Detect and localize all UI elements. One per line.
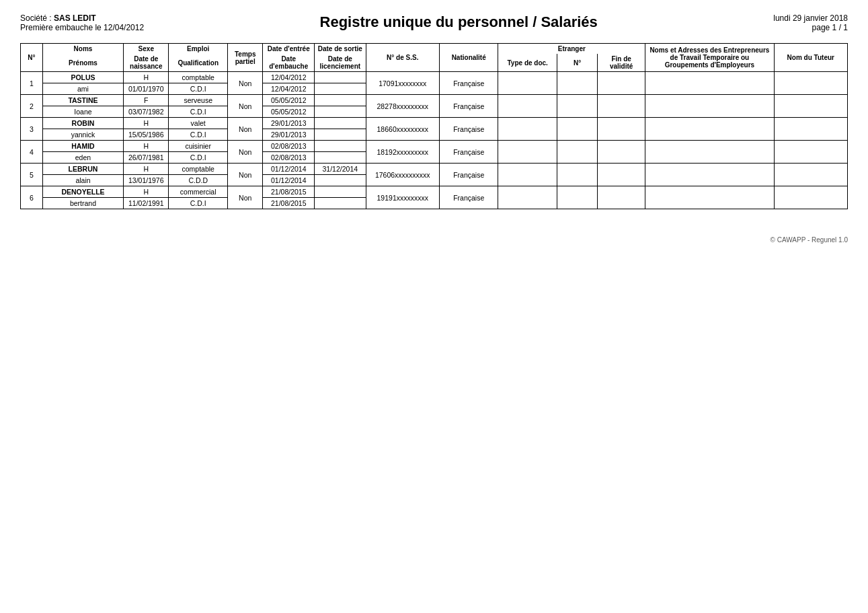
cell-qualification: C.D.I	[169, 198, 228, 209]
table-row: 5LEBRUNHcomptableNon01/12/201431/12/2014…	[21, 164, 848, 175]
cell-num: 4	[21, 141, 43, 164]
cell-type-doc	[498, 95, 557, 118]
cell-fin-validite	[598, 72, 645, 95]
cell-date-embauche: 29/01/2013	[263, 129, 315, 141]
col-date-embauche-header: Date d'embauche	[263, 54, 315, 72]
cell-date-sortie	[315, 118, 366, 129]
cell-temps-partiel: Non	[227, 186, 263, 209]
cell-nationalite: Française	[439, 72, 498, 95]
table-row: 1POLUSHcomptableNon12/04/201217091xxxxxx…	[21, 72, 848, 83]
cell-date-sortie: 31/12/2014	[315, 164, 366, 175]
cell-nom: LEBRUN	[42, 164, 123, 175]
cell-date-licenciement	[315, 152, 366, 164]
cell-sexe: H	[124, 164, 169, 175]
cell-qualification: C.D.I	[169, 106, 228, 118]
print-date: lundi 29 janvier 2018	[773, 13, 848, 23]
col-tuteur-header: Nom du Tuteur	[774, 44, 847, 72]
col-fin-validite-header: Fin de validité	[598, 54, 645, 72]
cell-emploi: commercial	[169, 186, 228, 198]
cell-ss: 28278xxxxxxxxx	[366, 95, 439, 118]
cell-nom-tuteur	[774, 164, 847, 186]
col-sexe-header: Sexe	[124, 44, 169, 55]
cell-prenom: bertrand	[42, 198, 123, 209]
cell-emploi: comptable	[169, 164, 228, 175]
cell-nationalite: Française	[439, 164, 498, 186]
col-etranger-header: Etranger	[498, 44, 645, 55]
cell-date-licenciement	[315, 129, 366, 141]
cell-date-entree: 29/01/2013	[263, 118, 315, 129]
company-name: SAS LEDIT	[54, 13, 96, 23]
cell-noms-adresses	[645, 164, 774, 186]
cell-date-licenciement	[315, 198, 366, 209]
cell-prenom: Ioane	[42, 106, 123, 118]
cell-num: 5	[21, 164, 43, 186]
date-page-block: lundi 29 janvier 2018 page 1 / 1	[773, 13, 848, 32]
col-temps-header: Tempspartiel	[227, 44, 263, 72]
cell-fin-validite	[598, 164, 645, 186]
cell-date-sortie	[315, 141, 366, 152]
table-row: 4HAMIDHcuisinierNon02/08/201318192xxxxxx…	[21, 141, 848, 152]
cell-qualification: C.D.I	[169, 152, 228, 164]
cell-num: 6	[21, 186, 43, 209]
cell-date-naissance: 01/01/1970	[124, 83, 169, 95]
page-footer: © CAWAPP - Regunel 1.0	[20, 236, 848, 244]
col-qualification-header: Qualification	[169, 54, 228, 72]
cell-date-entree: 12/04/2012	[263, 72, 315, 83]
company-info: Société : SAS LEDIT Première embauche le…	[20, 13, 144, 32]
cell-fin-validite	[598, 118, 645, 141]
cell-prenom: alain	[42, 175, 123, 186]
cell-nom-tuteur	[774, 186, 847, 209]
cell-date-licenciement	[315, 175, 366, 186]
cell-temps-partiel: Non	[227, 164, 263, 186]
cell-noms-adresses	[645, 95, 774, 118]
cell-nom: HAMID	[42, 141, 123, 152]
col-date-entree-header: Date d'entrée	[263, 44, 315, 55]
cell-date-licenciement	[315, 83, 366, 95]
cell-date-embauche: 01/12/2014	[263, 175, 315, 186]
cell-num-etranger	[557, 95, 597, 118]
cell-date-naissance: 11/02/1991	[124, 198, 169, 209]
cell-prenom: ami	[42, 83, 123, 95]
cell-date-entree: 21/08/2015	[263, 186, 315, 198]
cell-nom-tuteur	[774, 141, 847, 164]
cell-date-sortie	[315, 95, 366, 106]
cell-sexe: H	[124, 118, 169, 129]
table-row: 6DENOYELLEHcommercialNon21/08/201519191x…	[21, 186, 848, 198]
cell-ss: 17606xxxxxxxxxx	[366, 164, 439, 186]
cell-date-naissance: 26/07/1981	[124, 152, 169, 164]
table-row: 2TASTINEFserveuseNon05/05/201228278xxxxx…	[21, 95, 848, 106]
cell-fin-validite	[598, 95, 645, 118]
col-noms-adresses-header: Noms et Adresses des Entrepreneurs de Tr…	[645, 44, 774, 72]
cell-num: 1	[21, 72, 43, 95]
cell-temps-partiel: Non	[227, 141, 263, 164]
cell-nom: POLUS	[42, 72, 123, 83]
cell-type-doc	[498, 164, 557, 186]
cell-prenom: eden	[42, 152, 123, 164]
cell-nationalite: Française	[439, 118, 498, 141]
col-date-naissance-header: Date de naissance	[124, 54, 169, 72]
cell-ss: 19191xxxxxxxxx	[366, 186, 439, 209]
cell-num-etranger	[557, 164, 597, 186]
page-number: page 1 / 1	[773, 23, 848, 32]
premiere-embauche: Première embauche le 12/04/2012	[20, 23, 144, 32]
cell-date-naissance: 15/05/1986	[124, 129, 169, 141]
cell-nom-tuteur	[774, 95, 847, 118]
cell-prenom: yannick	[42, 129, 123, 141]
cell-qualification: C.D.D	[169, 175, 228, 186]
col-date-licenciement-header: Date de licenciement	[315, 54, 366, 72]
table-row: 3ROBINHvaletNon29/01/201318660xxxxxxxxxF…	[21, 118, 848, 129]
cell-nom-tuteur	[774, 118, 847, 141]
cell-sexe: H	[124, 141, 169, 152]
col-date-sortie-header: Date de sortie	[315, 44, 366, 55]
cell-nationalite: Française	[439, 141, 498, 164]
cell-type-doc	[498, 141, 557, 164]
cell-ss: 18192xxxxxxxxx	[366, 141, 439, 164]
cell-emploi: valet	[169, 118, 228, 129]
cell-emploi: cuisinier	[169, 141, 228, 152]
cell-num-etranger	[557, 118, 597, 141]
cell-nom: TASTINE	[42, 95, 123, 106]
cell-date-embauche: 21/08/2015	[263, 198, 315, 209]
cell-date-entree: 02/08/2013	[263, 141, 315, 152]
cell-num-etranger	[557, 72, 597, 95]
cell-emploi: comptable	[169, 72, 228, 83]
